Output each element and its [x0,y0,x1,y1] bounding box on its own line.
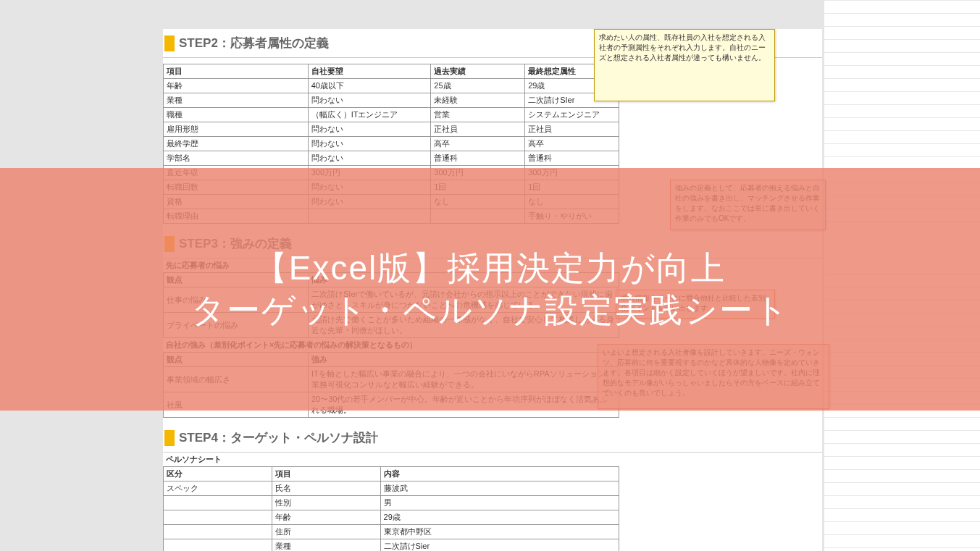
table-header-row: 項目 自社要望 過去実績 最終想定属性 [164,64,619,79]
cell[interactable]: 25歳 [431,79,525,93]
cell[interactable] [164,539,272,552]
th: 自社要望 [308,64,431,79]
cell[interactable]: 藤波武 [380,481,619,496]
cell[interactable]: 問わない [308,151,431,166]
cell[interactable]: 問わない [308,137,431,151]
cell[interactable]: 40歳以下 [308,79,431,93]
table-header-row: 区分 項目 内容 [164,467,619,481]
cell[interactable]: 最終学歴 [164,137,309,151]
cell[interactable]: 高卒 [431,137,525,151]
table-row: 学部名問わない普通科普通科 [164,151,619,166]
step-marker-icon [164,430,175,446]
cell[interactable]: 住所 [272,525,380,539]
comment-box-top: 求めたい人の属性、既存社員の入社を想定される入社者の予測属性をそれぞれ入力します… [594,29,775,101]
cell[interactable]: 性別 [272,496,380,510]
cell[interactable]: 東京都中野区 [380,525,619,539]
cell[interactable]: 業種 [164,93,309,108]
cell[interactable]: 学部名 [164,151,309,166]
cell[interactable] [164,496,272,510]
cell[interactable] [164,510,272,525]
step4-table: 区分 項目 内容 スペック氏名藤波武性別男年齢29歳住所東京都中野区業種二次請け… [163,466,619,551]
cell[interactable]: 29歳 [380,510,619,525]
table-row: 性別男 [164,496,619,510]
step2-title: STEP2：応募者属性の定義 [179,35,329,51]
cell[interactable]: 問わない [308,122,431,137]
cell[interactable]: 年齢 [272,510,380,525]
step4-subtitle: ペルソナシート [163,453,822,466]
cell[interactable]: 男 [380,496,619,510]
step4-header: STEP4：ターゲット・ペルソナ設計 [163,424,822,453]
th: 項目 [164,64,309,79]
th: 区分 [164,467,272,481]
overlay-line1: 【Excel版】採用決定力が向上 [254,248,726,290]
table-row: 住所東京都中野区 [164,525,619,539]
table-row: 年齢29歳 [164,510,619,525]
cell[interactable]: 未経験 [431,93,525,108]
cell[interactable]: 雇用形態 [164,122,309,137]
table-row: スペック氏名藤波武 [164,481,619,496]
table-row: 業種二次請けSier [164,539,619,552]
cell[interactable]: 職種 [164,108,309,122]
cell[interactable]: 正社員 [431,122,525,137]
cell[interactable]: 普通科 [525,151,619,166]
table-row: 年齢40歳以下25歳29歳 [164,79,619,93]
th: 内容 [380,467,619,481]
cell[interactable]: 正社員 [525,122,619,137]
cell[interactable]: 問わない [308,93,431,108]
comment-text: 求めたい人の属性、既存社員の入社を想定される入社者の予測属性をそれぞれ入力します… [599,33,766,62]
step-marker-icon [164,35,175,51]
th: 過去実績 [431,64,525,79]
step4-title: STEP4：ターゲット・ペルソナ設計 [179,429,378,446]
cell[interactable]: システムエンジニア [525,108,619,122]
cell[interactable]: 業種 [272,539,380,552]
th: 項目 [272,467,380,481]
cell[interactable]: 年齢 [164,79,309,93]
cell[interactable]: 高卒 [525,137,619,151]
cell[interactable]: 二次請けSier [380,539,619,552]
table-row: 職種（幅広く）ITエンジニア営業システムエンジニア [164,108,619,122]
cell[interactable]: 普通科 [431,151,525,166]
table-row: 業種問わない未経験二次請けSIer [164,93,619,108]
table-row: 最終学歴問わない高卒高卒 [164,137,619,151]
overlay-line2: ターゲット・ペルソナ設定実践シート [191,290,790,332]
cell[interactable]: 氏名 [272,481,380,496]
title-overlay: 【Excel版】採用決定力が向上 ターゲット・ペルソナ設定実践シート [0,168,980,411]
cell[interactable]: （幅広く）ITエンジニア [308,108,431,122]
cell[interactable]: 営業 [431,108,525,122]
table-row: 雇用形態問わない正社員正社員 [164,122,619,137]
cell[interactable] [164,525,272,539]
cell[interactable]: スペック [164,481,272,496]
